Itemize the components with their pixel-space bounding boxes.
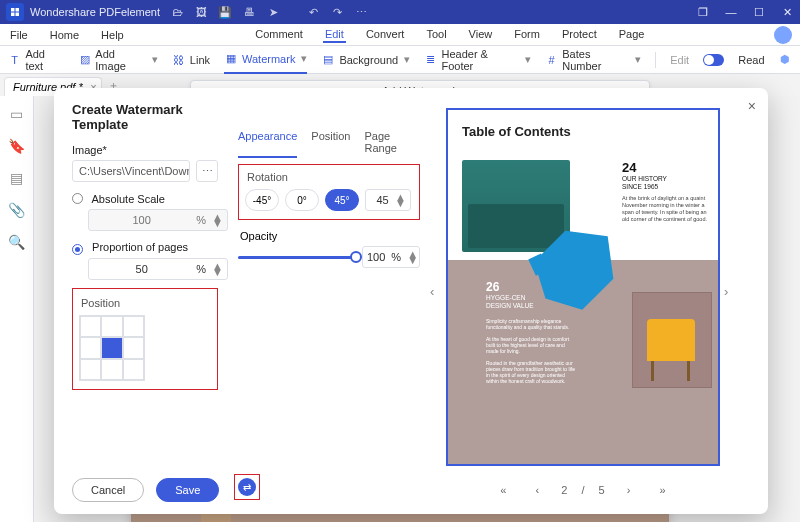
search-icon[interactable]: 🔍 bbox=[8, 234, 25, 250]
watermark-preview: Table of Contents 24 OUR HISTORY SINCE 1… bbox=[446, 108, 720, 466]
image-path-field[interactable]: C:\Users\Vincent\Downloads\good. bbox=[72, 160, 190, 182]
swap-panels-button[interactable]: ⇄ bbox=[238, 478, 256, 496]
rotation-0-button[interactable]: 0° bbox=[285, 189, 319, 211]
menu-convert[interactable]: Convert bbox=[364, 26, 407, 43]
titlebar: Wondershare PDFelement 🗁 🖼 💾 🖶 ➤ ↶ ↷ ⋯ ❐… bbox=[0, 0, 800, 24]
chevron-down-icon: ▾ bbox=[404, 53, 410, 66]
browse-image-button[interactable]: ⋯ bbox=[196, 160, 218, 182]
ribbon-add-image[interactable]: ▨Add Image▾ bbox=[78, 48, 158, 72]
share-icon[interactable]: ➤ bbox=[266, 6, 280, 19]
rotation-value-field[interactable]: 45 ▲▼ bbox=[365, 189, 411, 211]
open-icon[interactable]: 🗁 bbox=[170, 6, 184, 18]
ribbon-background[interactable]: ▤Background▾ bbox=[321, 53, 410, 67]
quick-access-toolbar: 🗁 🖼 💾 🖶 ➤ ↶ ↷ ⋯ bbox=[170, 6, 368, 19]
preview-page-title: Table of Contents bbox=[448, 110, 718, 147]
rotation-section: Rotation -45° 0° 45° 45 ▲▼ bbox=[238, 164, 420, 220]
opacity-value-field[interactable]: 100% ▲▼ bbox=[362, 246, 420, 268]
left-rail: ▭ 🔖 ▤ 📎 🔍 bbox=[0, 96, 34, 522]
chevron-down-icon: ▾ bbox=[152, 53, 158, 66]
opacity-slider[interactable] bbox=[238, 247, 356, 267]
save-icon[interactable]: 💾 bbox=[218, 6, 232, 19]
layers-icon[interactable]: ▤ bbox=[10, 170, 23, 186]
window-close-icon[interactable]: ✕ bbox=[780, 6, 794, 19]
rotation-minus45-button[interactable]: -45° bbox=[245, 189, 279, 211]
menu-form[interactable]: Form bbox=[512, 26, 542, 43]
menu-comment[interactable]: Comment bbox=[253, 26, 305, 43]
preview-pager: « ‹ 2 / 5 › » bbox=[446, 478, 720, 502]
watermark-icon: ▦ bbox=[224, 52, 238, 66]
preview-chair-image bbox=[632, 292, 712, 388]
app-logo bbox=[6, 3, 24, 21]
user-avatar[interactable] bbox=[774, 26, 792, 44]
create-watermark-dialog: × Create Watermark Template Image* C:\Us… bbox=[54, 88, 768, 514]
spinner-icon[interactable]: ▲▼ bbox=[212, 263, 223, 275]
header-footer-icon: ≣ bbox=[424, 53, 437, 67]
menu-tool[interactable]: Tool bbox=[424, 26, 448, 43]
background-icon: ▤ bbox=[321, 53, 335, 67]
redo-icon[interactable]: ↷ bbox=[330, 6, 344, 19]
image-icon: ▨ bbox=[78, 53, 91, 67]
spinner-icon[interactable]: ▲▼ bbox=[407, 251, 418, 263]
ribbon-mode-edit[interactable]: Edit bbox=[670, 54, 689, 66]
menu-view[interactable]: View bbox=[467, 26, 495, 43]
dialog-preview-column: ‹ › Table of Contents 24 OUR HISTORY SIN… bbox=[432, 88, 768, 514]
undo-icon[interactable]: ↶ bbox=[306, 6, 320, 19]
chevron-down-icon: ▾ bbox=[301, 52, 307, 65]
spinner-icon[interactable]: ▲▼ bbox=[395, 194, 406, 206]
print-icon[interactable]: 🖶 bbox=[242, 6, 256, 18]
menu-page[interactable]: Page bbox=[617, 26, 647, 43]
menu-file[interactable]: File bbox=[8, 27, 30, 43]
rotation-plus45-button[interactable]: 45° bbox=[325, 189, 359, 211]
menu-protect[interactable]: Protect bbox=[560, 26, 599, 43]
preview-text-24: 24 OUR HISTORY SINCE 1965 At the brink o… bbox=[622, 160, 708, 223]
position-label: Position bbox=[81, 297, 211, 309]
pager-sep: / bbox=[581, 484, 584, 496]
position-grid[interactable] bbox=[79, 315, 145, 381]
ribbon-mode-read[interactable]: Read bbox=[738, 54, 764, 66]
opacity-label: Opacity bbox=[240, 230, 420, 242]
attachment-icon[interactable]: 📎 bbox=[8, 202, 25, 218]
preview-text-26-desc: Simplicity craftsmanship elegance functi… bbox=[486, 318, 576, 384]
ribbon-header-footer[interactable]: ≣Header & Footer▾ bbox=[424, 48, 531, 72]
pager-next-button[interactable]: › bbox=[619, 484, 639, 496]
tab-position[interactable]: Position bbox=[311, 128, 350, 158]
thumbnails-icon[interactable]: ▭ bbox=[10, 106, 23, 122]
menu-home[interactable]: Home bbox=[48, 27, 81, 43]
bookmark-icon[interactable]: 🔖 bbox=[8, 138, 25, 154]
dialog-mid-column: Appearance Position Page Range Rotation … bbox=[232, 88, 432, 514]
preview-next-arrow[interactable]: › bbox=[724, 284, 738, 298]
ribbon-add-text[interactable]: TAdd text bbox=[8, 48, 64, 72]
save-button[interactable]: Save bbox=[156, 478, 219, 502]
menu-edit[interactable]: Edit bbox=[323, 26, 346, 43]
preview-text-26-sub: HYGGE-CEN DESIGN VALUE bbox=[486, 294, 556, 310]
window-minimize-icon[interactable]: ― bbox=[724, 6, 738, 18]
ribbon-link[interactable]: ⛓Link bbox=[172, 53, 210, 67]
pager-first-button[interactable]: « bbox=[493, 484, 513, 496]
pager-last-button[interactable]: » bbox=[653, 484, 673, 496]
proportion-option[interactable]: Proportion of pages bbox=[72, 241, 218, 254]
window-maximize-icon[interactable]: ☐ bbox=[752, 6, 766, 19]
spinner-icon: ▲▼ bbox=[212, 214, 223, 226]
more-icon[interactable]: ⋯ bbox=[354, 6, 368, 19]
mode-toggle[interactable] bbox=[703, 54, 724, 66]
app-title: Wondershare PDFelement bbox=[30, 6, 160, 18]
ribbon-edit: TAdd text ▨Add Image▾ ⛓Link ▦Watermark▾ … bbox=[0, 46, 800, 74]
settings-icon[interactable]: ⬢ bbox=[779, 53, 792, 67]
tab-page-range[interactable]: Page Range bbox=[364, 128, 420, 158]
preview-text-26-num: 26 bbox=[486, 280, 499, 294]
preview-sofa-image bbox=[462, 160, 570, 252]
absolute-scale-value: 100% ▲▼ bbox=[88, 209, 228, 231]
pager-prev-button[interactable]: ‹ bbox=[527, 484, 547, 496]
picture-icon[interactable]: 🖼 bbox=[194, 6, 208, 18]
menu-help[interactable]: Help bbox=[99, 27, 126, 43]
window-restore-icon[interactable]: ❐ bbox=[696, 6, 710, 19]
tab-appearance[interactable]: Appearance bbox=[238, 128, 297, 158]
ribbon-bates-number[interactable]: #Bates Number▾ bbox=[545, 48, 641, 72]
ribbon-watermark[interactable]: ▦Watermark▾ bbox=[224, 52, 307, 74]
position-center-cell[interactable] bbox=[101, 337, 122, 358]
cancel-button[interactable]: Cancel bbox=[72, 478, 144, 502]
proportion-value[interactable]: 50% ▲▼ bbox=[88, 258, 228, 280]
preview-prev-arrow[interactable]: ‹ bbox=[430, 284, 444, 298]
rotation-label: Rotation bbox=[247, 171, 413, 183]
absolute-scale-option[interactable]: Absolute Scale bbox=[72, 192, 218, 205]
